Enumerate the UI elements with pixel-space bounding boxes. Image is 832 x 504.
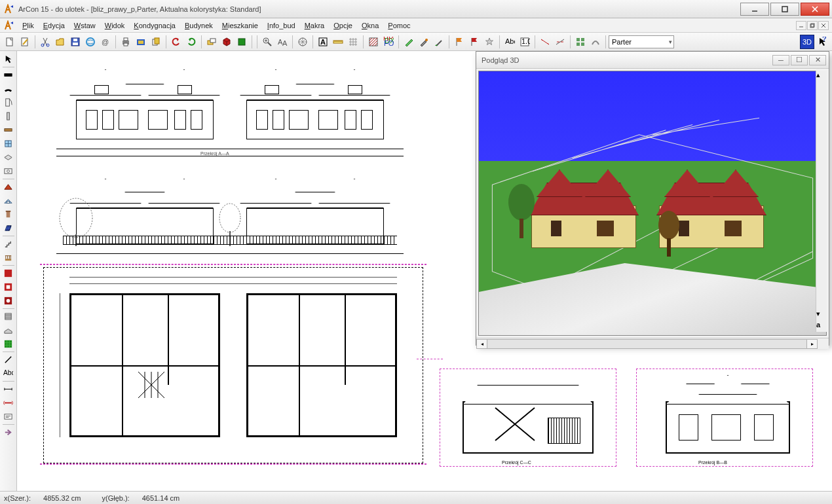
line-tool-icon[interactable]: [1, 353, 16, 367]
solar-panel-icon[interactable]: [1, 221, 16, 235]
dormer-icon[interactable]: [1, 194, 16, 207]
folder-icon[interactable]: [134, 35, 148, 49]
3d-view-a-button[interactable]: a: [816, 321, 826, 332]
menu-budynek[interactable]: Budynek: [181, 20, 217, 31]
3d-vscrollbar[interactable]: ▴ ▾ a: [816, 71, 827, 332]
help-cursor-icon[interactable]: ?: [815, 35, 829, 49]
text-icon[interactable]: A: [316, 35, 330, 49]
abc-icon[interactable]: Abc: [502, 35, 517, 49]
star-toggle-icon[interactable]: [482, 35, 497, 49]
green-terrain-icon[interactable]: [1, 337, 16, 351]
3d-scroll-up-icon[interactable]: ▴: [816, 71, 826, 82]
color-box-icon[interactable]: [235, 35, 249, 49]
column-tool-icon[interactable]: [1, 109, 16, 123]
menu-okna[interactable]: Okna: [358, 20, 383, 31]
wall-tool-icon[interactable]: [1, 68, 16, 82]
door-tool-icon[interactable]: [1, 96, 16, 109]
layers-icon[interactable]: [204, 35, 219, 49]
redo-icon[interactable]: [184, 35, 199, 49]
copy-building-icon[interactable]: [149, 35, 163, 49]
menu-kondygnacja[interactable]: Kondygnacja: [130, 20, 180, 31]
grid-icon[interactable]: [346, 35, 360, 49]
menu-info-bud[interactable]: Info_bud: [263, 20, 299, 31]
close-button[interactable]: [801, 3, 829, 16]
menu-widok[interactable]: Widok: [101, 20, 129, 31]
menu-pomoc[interactable]: Pomoc: [384, 20, 414, 31]
menu-opcje[interactable]: Opcje: [330, 20, 356, 31]
3d-preview-titlebar[interactable]: Podgląd 3D ─ ☐ ✕: [476, 52, 829, 69]
new-file-icon[interactable]: [3, 35, 17, 49]
menu-wstaw[interactable]: Wstaw: [70, 20, 100, 31]
brush-icon[interactable]: [417, 35, 431, 49]
wash-icon[interactable]: [588, 35, 603, 49]
new-wizard-icon[interactable]: [18, 35, 32, 49]
compass-icon[interactable]: [295, 35, 310, 49]
flag-orange-icon[interactable]: [452, 35, 466, 49]
pencil-green-icon[interactable]: [402, 35, 416, 49]
scale-icon[interactable]: 1.0: [518, 35, 532, 49]
beam-tool-icon[interactable]: [1, 123, 16, 137]
maximize-button[interactable]: [770, 3, 799, 16]
export-hpgl-icon[interactable]: HPGLDXFFOLIE: [381, 35, 396, 49]
mdi-close-button[interactable]: [818, 21, 829, 30]
pipette-icon[interactable]: [432, 35, 446, 49]
stairs-symbol-icon[interactable]: [1, 237, 16, 251]
dimension-icon[interactable]: [538, 35, 552, 49]
flag-red-icon[interactable]: [467, 35, 482, 49]
floor-combo[interactable]: Parter: [609, 35, 674, 48]
opening-tool-icon[interactable]: [1, 164, 16, 178]
stairs-plan-icon[interactable]: [1, 310, 16, 323]
grid-4-icon[interactable]: [573, 35, 588, 49]
cut-icon[interactable]: [38, 35, 52, 49]
3d-scroll-down-icon[interactable]: ▾: [816, 310, 826, 321]
dimension-tool-icon[interactable]: [1, 382, 16, 396]
menu-plik[interactable]: Plik: [18, 20, 38, 31]
3d-scroll-right-icon[interactable]: ▸: [806, 339, 818, 349]
svg-point-52: [7, 170, 10, 173]
cursor-tool-icon[interactable]: [1, 52, 16, 66]
ruler-icon[interactable]: [331, 35, 345, 49]
hatch-red-icon[interactable]: [366, 35, 381, 49]
3d-mode-button[interactable]: 3D: [800, 35, 814, 49]
roof-tool-icon[interactable]: [1, 180, 16, 194]
section-tool-icon[interactable]: [1, 396, 16, 410]
slab-tool-icon[interactable]: [1, 151, 16, 164]
menu-mieszkanie[interactable]: Mieszkanie: [218, 20, 262, 31]
zoom-in-icon[interactable]: [260, 35, 274, 49]
3d-minimize-button[interactable]: ─: [772, 55, 789, 65]
3d-cube-icon[interactable]: [219, 35, 234, 49]
3d-preview-window[interactable]: Podgląd 3D ─ ☐ ✕: [476, 51, 829, 346]
save-icon[interactable]: [68, 35, 83, 49]
3d-scroll-left-icon[interactable]: ◂: [476, 339, 487, 349]
redo-arrow-icon[interactable]: [1, 425, 16, 439]
abc-label-icon[interactable]: Abc: [1, 367, 16, 380]
mdi-minimize-button[interactable]: [796, 21, 806, 30]
drawing-canvas[interactable]: Przekrój A—A: [17, 51, 832, 491]
3d-preview-body[interactable]: [478, 71, 827, 336]
email-icon[interactable]: @: [98, 35, 113, 49]
menu-edycja[interactable]: Edycja: [39, 20, 69, 31]
3d-maximize-button[interactable]: ☐: [791, 55, 808, 65]
arc-wall-icon[interactable]: [1, 82, 16, 96]
mdi-restore-button[interactable]: [807, 21, 818, 30]
open-file-icon[interactable]: [53, 35, 67, 49]
window-tool-icon[interactable]: [1, 137, 16, 151]
link-icon[interactable]: [83, 35, 98, 49]
chimney-icon[interactable]: [1, 207, 16, 221]
svg-rect-22: [210, 39, 216, 43]
red-flag-tool-icon[interactable]: [1, 266, 16, 280]
print-icon[interactable]: [119, 35, 133, 49]
red-box-b-icon[interactable]: [1, 294, 16, 308]
minimize-button[interactable]: [740, 3, 769, 16]
svg-text:?: ?: [822, 37, 827, 43]
menu-makra[interactable]: Makra: [301, 20, 329, 31]
handrail-icon[interactable]: [1, 251, 16, 264]
zoom-font-icon[interactable]: AA: [275, 35, 290, 49]
3d-hscrollbar[interactable]: ◂ ▸: [476, 338, 829, 349]
platform-icon[interactable]: [1, 323, 16, 337]
measure-icon[interactable]: [553, 35, 567, 49]
red-box-a-icon[interactable]: [1, 280, 16, 294]
3d-close-button[interactable]: ✕: [809, 55, 826, 65]
undo-icon[interactable]: [169, 35, 183, 49]
text-tool-icon[interactable]: [1, 410, 16, 423]
